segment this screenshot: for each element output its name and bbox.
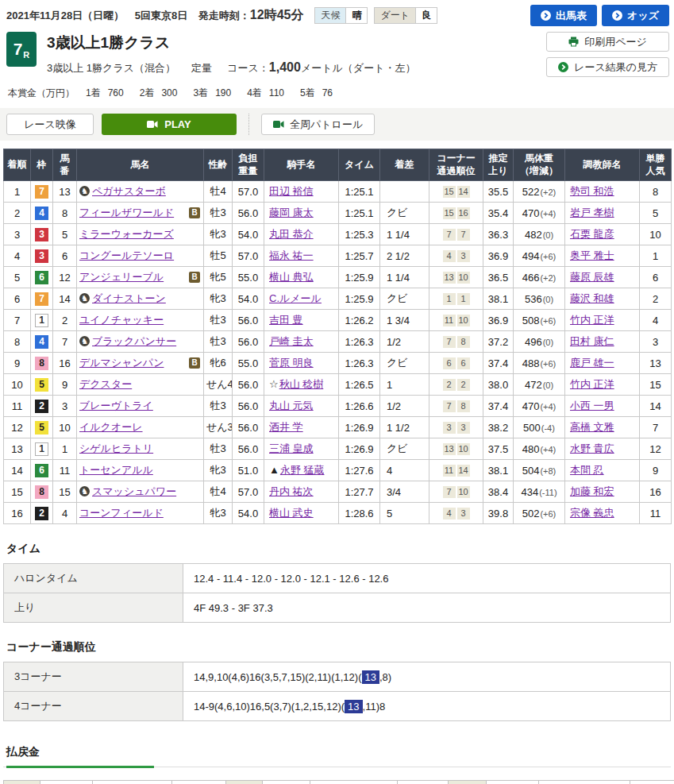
jockey-link[interactable]: 横山 武史	[269, 507, 314, 519]
jockey-link[interactable]: 戸崎 圭太	[269, 335, 314, 347]
frame-badge: 4	[35, 207, 48, 220]
frame-badge: 5	[35, 421, 48, 434]
jockey-link[interactable]: 福永 祐一	[269, 249, 314, 261]
jockey-link[interactable]: 田辺 裕信	[269, 185, 314, 197]
trainer-link[interactable]: 石栗 龍彦	[570, 228, 614, 240]
win-popularity: 6	[640, 267, 672, 288]
horse-name-link[interactable]: デルマシャンパン	[79, 357, 164, 369]
finish-position: 5	[4, 267, 31, 288]
column-header: タイム	[339, 149, 380, 181]
trainer-link[interactable]: 田村 康仁	[570, 335, 614, 347]
corner-order-badge: 10	[457, 443, 470, 455]
horse-name-link[interactable]: ペガサスターボ	[92, 185, 166, 197]
frame-badge: 6	[35, 464, 48, 477]
frame-badge: 8	[35, 485, 48, 499]
result-guide-label: レース結果の見方	[574, 60, 657, 75]
prize-amount: 76	[322, 87, 333, 98]
prize-amount: 110	[269, 87, 284, 98]
trainer-link[interactable]: 宗像 義忠	[570, 507, 614, 519]
corner4-order: 14-9(4,6,10)16,5(3,7)(1,2,15,12)(13,11)8	[183, 692, 671, 721]
trainer-link[interactable]: 奥平 雅士	[570, 249, 614, 261]
horse-weight: 466(+2)	[514, 267, 565, 288]
trainer-link[interactable]: 加藤 和宏	[570, 485, 614, 497]
trainer-link[interactable]: 本間 忍	[570, 464, 604, 476]
trainer-link[interactable]: 竹内 正洋	[570, 378, 614, 390]
trainer-link[interactable]: 岩戸 孝樹	[570, 207, 614, 218]
trainer-cell: 竹内 正洋	[565, 374, 640, 396]
jockey-link[interactable]: 酒井 学	[269, 421, 303, 433]
body-weight-diff: (0)	[543, 380, 553, 390]
race-video-button[interactable]: レース映像	[6, 114, 94, 135]
result-row: 1123ブレーヴトライ牡356.0丸山 元気1:26.61/27837.4470…	[4, 396, 672, 417]
sex-age: 牡4	[204, 481, 233, 503]
jockey-link[interactable]: 丹内 祐次	[269, 485, 314, 497]
horse-name-link[interactable]: スマッシュパワー	[92, 485, 176, 497]
horse-name-link[interactable]: シゲルヒラトリ	[79, 442, 153, 454]
horse-name-link[interactable]: コングールテソーロ	[79, 249, 174, 261]
sex-age: 牝3	[204, 288, 233, 310]
carried-weight: 55.0	[233, 353, 264, 374]
prize-place-label: 4着	[247, 87, 262, 98]
horse-name-link[interactable]: ユイノチャッキー	[79, 314, 164, 326]
win-popularity: 13	[640, 353, 672, 374]
corner-order-badge: 4	[443, 508, 456, 519]
sex-age: 牝6	[204, 353, 233, 374]
play-button[interactable]: PLAY	[102, 114, 237, 135]
horse-name-cell: コーンフィールド	[77, 503, 204, 524]
corner-section-title: コーナー通過順位	[6, 640, 669, 655]
jockey-link[interactable]: 吉田 豊	[269, 314, 303, 326]
horse-name-link[interactable]: デクスター	[79, 378, 132, 390]
corner-order-badge: 10	[457, 486, 470, 498]
win-popularity: 9	[640, 460, 672, 481]
jockey-link[interactable]: 菅原 明良	[269, 357, 314, 369]
finish-position: 10	[4, 374, 31, 396]
jockey-link[interactable]: 丸田 恭介	[269, 228, 314, 240]
frame-badge: 1	[35, 314, 48, 327]
weather-badge: 天候 晴	[314, 7, 368, 24]
horse-name-link[interactable]: トーセンアルル	[79, 464, 153, 476]
trainer-link[interactable]: 勢司 和浩	[570, 185, 614, 197]
horse-name-link[interactable]: アンジェリーブル	[79, 271, 164, 283]
race-time: 1:26.9	[339, 417, 380, 438]
trainer-link[interactable]: 高橋 文雅	[570, 421, 614, 433]
start-time: 12時45分	[250, 8, 304, 21]
carried-weight: 56.0	[233, 417, 264, 438]
horse-weight: 502(+6)	[514, 503, 565, 524]
racecard-button[interactable]: 出馬表	[530, 5, 597, 26]
print-page-button[interactable]: 印刷用ページ	[546, 32, 669, 52]
last-3f: 36.3	[483, 224, 514, 245]
last-3f: 36.5	[483, 267, 514, 288]
patrol-video-button[interactable]: 全周パトロール	[261, 114, 375, 135]
horse-name-link[interactable]: ブラックパンサー	[92, 335, 176, 347]
trainer-link[interactable]: 藤原 辰雄	[570, 271, 614, 283]
jockey-link[interactable]: 丸山 元気	[269, 400, 314, 411]
horse-name-link[interactable]: フィールザワールド	[79, 207, 174, 218]
jockey-link[interactable]: 三浦 皇成	[269, 442, 314, 454]
jockey-link[interactable]: 横山 典弘	[269, 271, 314, 283]
corner-order-badge: 6	[443, 357, 456, 369]
body-weight: 522	[522, 186, 540, 198]
horse-number: 4	[53, 503, 77, 524]
jockey-link[interactable]: 秋山 稔樹	[279, 378, 324, 390]
jockey-cell: 横山 典弘	[264, 267, 339, 288]
result-guide-button[interactable]: レース結果の見方	[546, 57, 669, 77]
meeting-info: 5回東京8日	[135, 10, 187, 21]
trainer-link[interactable]: 藤沢 和雄	[570, 292, 614, 304]
jockey-link[interactable]: C.ルメール	[269, 292, 322, 304]
odds-button[interactable]: オッズ	[602, 5, 669, 26]
jockey-link[interactable]: 藤岡 康太	[269, 207, 314, 218]
horse-name-link[interactable]: イルクオーレ	[79, 421, 143, 433]
trainer-link[interactable]: 水野 貴広	[570, 442, 614, 454]
margin: クビ	[380, 288, 429, 310]
jockey-link[interactable]: 永野 猛蔵	[280, 464, 325, 476]
horse-number: 10	[53, 417, 77, 438]
trainer-link[interactable]: 鹿戸 雄一	[570, 357, 614, 369]
horse-name-link[interactable]: ダイナストーン	[92, 292, 166, 304]
trainer-cell: 藤沢 和雄	[565, 288, 640, 310]
horse-name-link[interactable]: ミラーウォーカーズ	[79, 228, 174, 240]
trainer-link[interactable]: 小西 一男	[570, 400, 614, 411]
top-buttons: 出馬表 オッズ	[530, 5, 669, 26]
horse-name-link[interactable]: ブレーヴトライ	[79, 400, 153, 411]
horse-name-link[interactable]: コーンフィールド	[79, 507, 164, 519]
trainer-link[interactable]: 竹内 正洋	[570, 314, 614, 326]
